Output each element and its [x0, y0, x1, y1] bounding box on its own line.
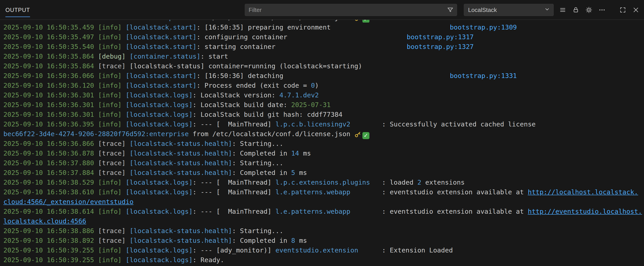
settings-gear-icon[interactable] — [584, 5, 594, 15]
log-segment: [trace] — [98, 140, 126, 147]
key-emoji-icon — [354, 130, 361, 139]
log-segment: : --- [ MainThread] — [192, 188, 276, 196]
log-segment: 2025-09-10 16:50:35.459 — [4, 23, 94, 31]
log-row: 2025-09-10 16:50:37.880 [trace] [localst… — [4, 158, 644, 168]
log-row: 2025-09-10 16:50:38.886 [trace] [localst… — [4, 226, 644, 236]
log-segment — [94, 23, 98, 31]
file-link[interactable]: bootstrap.py:1317 — [407, 32, 474, 42]
log-segment: l.p.c.extensions.plugins — [276, 178, 370, 186]
log-segment: : eventstudio extension available at — [350, 208, 528, 215]
log-segment: [trace] — [98, 169, 126, 176]
log-segment — [126, 237, 130, 244]
log-segment: : LocalStack version: — [192, 91, 279, 99]
log-segment: [localstack.logs] — [126, 256, 192, 264]
log-segment: : Completed in — [232, 169, 291, 176]
log-row: 2025-09-10 16:50:39.255 [info] [localsta… — [4, 255, 644, 265]
log-segment: : --- [ MainThread] — [192, 208, 276, 215]
log-segment: ms — [299, 149, 311, 157]
channel-dropdown[interactable]: LocalStack — [464, 4, 554, 16]
log-segment: : Extension Loaded — [358, 246, 453, 254]
log-segment: 5 — [291, 169, 295, 176]
log-segment: 2025-07-31 — [291, 101, 331, 109]
url-link[interactable]: localstack.cloud:4566 — [4, 217, 86, 225]
log-row: 2025-09-10 16:50:36.301 [info] [localsta… — [4, 110, 644, 120]
log-segment: : [16:50:35] preparing environment — [197, 23, 331, 31]
log-segment — [94, 178, 98, 186]
log-segment — [94, 101, 98, 109]
log-segment: [info] — [98, 43, 122, 50]
tab-output[interactable]: OUTPUT — [6, 0, 30, 20]
url-link[interactable]: http://localhost.localstack. — [528, 188, 638, 196]
log-segment: [localstack.logs] — [126, 91, 192, 99]
log-segment: : starting container — [197, 43, 276, 50]
log-segment: 0 — [311, 82, 315, 89]
maximize-panel-icon[interactable] — [618, 5, 628, 15]
log-segment — [122, 72, 126, 80]
log-segment: 2025-09-10 16:50:35.540 — [4, 43, 94, 50]
log-segment — [122, 188, 126, 196]
log-segment — [94, 111, 98, 118]
log-segment: [container.status] — [130, 52, 200, 60]
file-link[interactable]: bootstrap.py:1309 — [450, 22, 517, 32]
log-segment — [94, 246, 98, 254]
log-row: 2025-09-10 16:50:35.864 [trace] [localst… — [4, 61, 644, 71]
log-segment: [info] — [98, 246, 122, 254]
log-segment: : Completed in — [232, 149, 291, 157]
log-row: bec66f22-3d4e-4274-9206-28820f76d592:ent… — [4, 20, 644, 22]
log-segment: extensions — [421, 178, 465, 186]
log-row: 2025-09-10 16:50:35.459 [info] [localsta… — [4, 22, 644, 32]
url-link[interactable]: cloud:4566/_extension/eventstudio — [4, 198, 134, 206]
panel-header: OUTPUT LocalStack — [0, 0, 644, 20]
log-segment: : LocalStack build git hash: cddf77384 — [192, 111, 342, 118]
log-row: 2025-09-10 16:50:36.878 [trace] [localst… — [4, 148, 644, 158]
log-row: 2025-09-10 16:50:39.255 [info] [localsta… — [4, 246, 644, 255]
log-segment: ms — [295, 237, 307, 244]
log-segment: [info] — [98, 101, 122, 109]
log-segment: [info] — [98, 82, 122, 89]
log-row: 2025-09-10 16:50:36.301 [info] [localsta… — [4, 90, 644, 100]
log-segment: 2025-09-10 16:50:35.497 — [4, 33, 94, 41]
log-segment: 2025-09-10 16:50:38.892 — [4, 237, 94, 244]
lock-icon[interactable] — [571, 5, 581, 15]
log-segment — [122, 246, 126, 254]
log-segment — [94, 52, 98, 60]
log-segment: 2025-09-10 16:50:37.880 — [4, 159, 94, 167]
log-segment — [94, 72, 98, 80]
more-actions-icon[interactable] — [597, 5, 607, 15]
log-segment — [94, 188, 98, 196]
log-segment: l.e.patterns.webapp — [276, 188, 350, 196]
url-link[interactable]: http://eventstudio.localhost. — [528, 208, 642, 215]
filter-input[interactable] — [245, 4, 447, 16]
filter-list-icon[interactable] — [558, 5, 568, 15]
log-segment: l.e.patterns.webapp — [276, 208, 350, 215]
log-segment — [122, 91, 126, 99]
log-segment — [122, 101, 126, 109]
log-segment: : Ready. — [192, 256, 224, 264]
log-segment: : loaded — [370, 178, 418, 186]
log-segment: 2025-09-10 16:50:38.610 — [4, 188, 94, 196]
log-row: 2025-09-10 16:50:37.884 [trace] [localst… — [4, 168, 644, 178]
log-row: 2025-09-10 16:50:35.864 [debug] [contain… — [4, 52, 644, 61]
log-segment: 2 — [417, 178, 421, 186]
log-segment: [localstack.start] — [126, 23, 196, 31]
log-segment: 2025-09-10 16:50:35.864 — [4, 62, 94, 70]
check-emoji-icon: ✓ — [362, 132, 370, 139]
log-segment — [122, 23, 126, 31]
log-segment — [94, 91, 98, 99]
file-link[interactable]: bootstrap.py:1327 — [407, 42, 474, 52]
log-segment — [94, 82, 98, 89]
file-link[interactable]: bootstrap.py:1331 — [450, 71, 517, 81]
log-segment: [localstack.logs] — [126, 120, 192, 128]
log-segment: [localstack-status.health] — [130, 169, 232, 176]
log-output: 2025-09-10 16:50:35.459 [info] [localsta… — [0, 22, 644, 265]
log-segment — [126, 169, 130, 176]
close-panel-icon[interactable] — [631, 5, 641, 15]
log-segment — [94, 208, 98, 215]
log-segment: [localstack-status] container=running (l… — [126, 62, 362, 70]
log-segment: 2025-09-10 16:50:38.529 — [4, 178, 94, 186]
log-segment — [122, 111, 126, 118]
log-segment: [debug] — [98, 52, 126, 60]
check-emoji-icon: ✓ — [362, 20, 370, 22]
log-segment: ) — [315, 82, 318, 89]
log-segment: 2025-09-10 16:50:38.614 — [4, 208, 94, 215]
